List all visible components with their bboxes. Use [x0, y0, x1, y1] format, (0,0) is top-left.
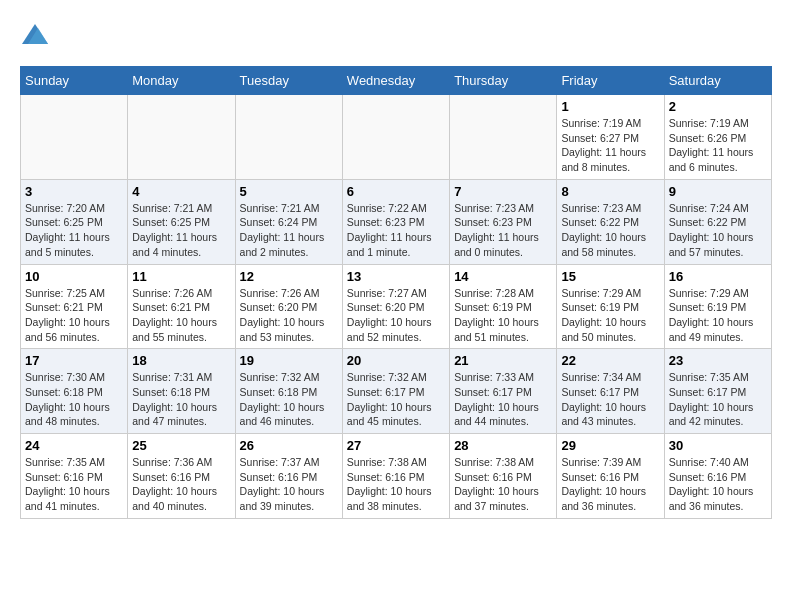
day-number: 16 — [669, 269, 767, 284]
calendar-cell: 9Sunrise: 7:24 AM Sunset: 6:22 PM Daylig… — [664, 179, 771, 264]
calendar-cell: 25Sunrise: 7:36 AM Sunset: 6:16 PM Dayli… — [128, 434, 235, 519]
day-number: 2 — [669, 99, 767, 114]
weekday-header: Sunday — [21, 67, 128, 95]
day-info: Sunrise: 7:27 AM Sunset: 6:20 PM Dayligh… — [347, 286, 445, 345]
day-info: Sunrise: 7:30 AM Sunset: 6:18 PM Dayligh… — [25, 370, 123, 429]
calendar-cell: 28Sunrise: 7:38 AM Sunset: 6:16 PM Dayli… — [450, 434, 557, 519]
weekday-header: Monday — [128, 67, 235, 95]
day-info: Sunrise: 7:22 AM Sunset: 6:23 PM Dayligh… — [347, 201, 445, 260]
day-info: Sunrise: 7:32 AM Sunset: 6:18 PM Dayligh… — [240, 370, 338, 429]
calendar-cell — [235, 95, 342, 180]
calendar-cell: 22Sunrise: 7:34 AM Sunset: 6:17 PM Dayli… — [557, 349, 664, 434]
day-info: Sunrise: 7:26 AM Sunset: 6:20 PM Dayligh… — [240, 286, 338, 345]
day-number: 4 — [132, 184, 230, 199]
day-info: Sunrise: 7:36 AM Sunset: 6:16 PM Dayligh… — [132, 455, 230, 514]
calendar-cell — [128, 95, 235, 180]
day-number: 8 — [561, 184, 659, 199]
calendar-cell: 3Sunrise: 7:20 AM Sunset: 6:25 PM Daylig… — [21, 179, 128, 264]
day-number: 10 — [25, 269, 123, 284]
calendar-week-row: 1Sunrise: 7:19 AM Sunset: 6:27 PM Daylig… — [21, 95, 772, 180]
calendar-cell: 17Sunrise: 7:30 AM Sunset: 6:18 PM Dayli… — [21, 349, 128, 434]
day-number: 24 — [25, 438, 123, 453]
calendar-cell: 16Sunrise: 7:29 AM Sunset: 6:19 PM Dayli… — [664, 264, 771, 349]
day-info: Sunrise: 7:39 AM Sunset: 6:16 PM Dayligh… — [561, 455, 659, 514]
calendar-table: SundayMondayTuesdayWednesdayThursdayFrid… — [20, 66, 772, 519]
day-number: 14 — [454, 269, 552, 284]
day-number: 5 — [240, 184, 338, 199]
weekday-header: Thursday — [450, 67, 557, 95]
day-number: 12 — [240, 269, 338, 284]
day-info: Sunrise: 7:19 AM Sunset: 6:27 PM Dayligh… — [561, 116, 659, 175]
weekday-header: Tuesday — [235, 67, 342, 95]
day-info: Sunrise: 7:35 AM Sunset: 6:16 PM Dayligh… — [25, 455, 123, 514]
day-number: 21 — [454, 353, 552, 368]
calendar-cell: 18Sunrise: 7:31 AM Sunset: 6:18 PM Dayli… — [128, 349, 235, 434]
day-info: Sunrise: 7:28 AM Sunset: 6:19 PM Dayligh… — [454, 286, 552, 345]
weekday-header: Friday — [557, 67, 664, 95]
weekday-header: Saturday — [664, 67, 771, 95]
day-number: 23 — [669, 353, 767, 368]
day-number: 27 — [347, 438, 445, 453]
day-info: Sunrise: 7:37 AM Sunset: 6:16 PM Dayligh… — [240, 455, 338, 514]
calendar-cell: 10Sunrise: 7:25 AM Sunset: 6:21 PM Dayli… — [21, 264, 128, 349]
day-number: 17 — [25, 353, 123, 368]
calendar-cell: 23Sunrise: 7:35 AM Sunset: 6:17 PM Dayli… — [664, 349, 771, 434]
day-number: 22 — [561, 353, 659, 368]
calendar-week-row: 3Sunrise: 7:20 AM Sunset: 6:25 PM Daylig… — [21, 179, 772, 264]
day-info: Sunrise: 7:20 AM Sunset: 6:25 PM Dayligh… — [25, 201, 123, 260]
calendar-cell — [342, 95, 449, 180]
day-info: Sunrise: 7:32 AM Sunset: 6:17 PM Dayligh… — [347, 370, 445, 429]
calendar-cell: 19Sunrise: 7:32 AM Sunset: 6:18 PM Dayli… — [235, 349, 342, 434]
day-info: Sunrise: 7:29 AM Sunset: 6:19 PM Dayligh… — [669, 286, 767, 345]
day-number: 26 — [240, 438, 338, 453]
day-info: Sunrise: 7:19 AM Sunset: 6:26 PM Dayligh… — [669, 116, 767, 175]
calendar-cell: 15Sunrise: 7:29 AM Sunset: 6:19 PM Dayli… — [557, 264, 664, 349]
day-number: 25 — [132, 438, 230, 453]
day-number: 7 — [454, 184, 552, 199]
day-info: Sunrise: 7:24 AM Sunset: 6:22 PM Dayligh… — [669, 201, 767, 260]
day-info: Sunrise: 7:21 AM Sunset: 6:25 PM Dayligh… — [132, 201, 230, 260]
page-header — [20, 20, 772, 50]
day-number: 13 — [347, 269, 445, 284]
day-info: Sunrise: 7:35 AM Sunset: 6:17 PM Dayligh… — [669, 370, 767, 429]
day-number: 18 — [132, 353, 230, 368]
day-info: Sunrise: 7:23 AM Sunset: 6:23 PM Dayligh… — [454, 201, 552, 260]
weekday-header: Wednesday — [342, 67, 449, 95]
day-number: 6 — [347, 184, 445, 199]
calendar-cell: 13Sunrise: 7:27 AM Sunset: 6:20 PM Dayli… — [342, 264, 449, 349]
day-number: 30 — [669, 438, 767, 453]
calendar-cell: 6Sunrise: 7:22 AM Sunset: 6:23 PM Daylig… — [342, 179, 449, 264]
day-number: 29 — [561, 438, 659, 453]
calendar-cell: 2Sunrise: 7:19 AM Sunset: 6:26 PM Daylig… — [664, 95, 771, 180]
calendar-cell: 7Sunrise: 7:23 AM Sunset: 6:23 PM Daylig… — [450, 179, 557, 264]
calendar-cell: 4Sunrise: 7:21 AM Sunset: 6:25 PM Daylig… — [128, 179, 235, 264]
calendar-cell: 21Sunrise: 7:33 AM Sunset: 6:17 PM Dayli… — [450, 349, 557, 434]
calendar-header-row: SundayMondayTuesdayWednesdayThursdayFrid… — [21, 67, 772, 95]
calendar-week-row: 24Sunrise: 7:35 AM Sunset: 6:16 PM Dayli… — [21, 434, 772, 519]
day-number: 1 — [561, 99, 659, 114]
calendar-cell — [450, 95, 557, 180]
day-number: 15 — [561, 269, 659, 284]
calendar-cell: 1Sunrise: 7:19 AM Sunset: 6:27 PM Daylig… — [557, 95, 664, 180]
day-number: 19 — [240, 353, 338, 368]
day-info: Sunrise: 7:29 AM Sunset: 6:19 PM Dayligh… — [561, 286, 659, 345]
day-info: Sunrise: 7:31 AM Sunset: 6:18 PM Dayligh… — [132, 370, 230, 429]
day-info: Sunrise: 7:40 AM Sunset: 6:16 PM Dayligh… — [669, 455, 767, 514]
day-info: Sunrise: 7:38 AM Sunset: 6:16 PM Dayligh… — [347, 455, 445, 514]
calendar-week-row: 17Sunrise: 7:30 AM Sunset: 6:18 PM Dayli… — [21, 349, 772, 434]
calendar-cell: 29Sunrise: 7:39 AM Sunset: 6:16 PM Dayli… — [557, 434, 664, 519]
day-number: 20 — [347, 353, 445, 368]
day-number: 11 — [132, 269, 230, 284]
calendar-cell: 12Sunrise: 7:26 AM Sunset: 6:20 PM Dayli… — [235, 264, 342, 349]
day-info: Sunrise: 7:26 AM Sunset: 6:21 PM Dayligh… — [132, 286, 230, 345]
day-number: 28 — [454, 438, 552, 453]
day-number: 9 — [669, 184, 767, 199]
day-info: Sunrise: 7:23 AM Sunset: 6:22 PM Dayligh… — [561, 201, 659, 260]
calendar-cell: 5Sunrise: 7:21 AM Sunset: 6:24 PM Daylig… — [235, 179, 342, 264]
calendar-cell: 20Sunrise: 7:32 AM Sunset: 6:17 PM Dayli… — [342, 349, 449, 434]
calendar-cell: 11Sunrise: 7:26 AM Sunset: 6:21 PM Dayli… — [128, 264, 235, 349]
calendar-cell: 14Sunrise: 7:28 AM Sunset: 6:19 PM Dayli… — [450, 264, 557, 349]
day-number: 3 — [25, 184, 123, 199]
day-info: Sunrise: 7:25 AM Sunset: 6:21 PM Dayligh… — [25, 286, 123, 345]
day-info: Sunrise: 7:33 AM Sunset: 6:17 PM Dayligh… — [454, 370, 552, 429]
